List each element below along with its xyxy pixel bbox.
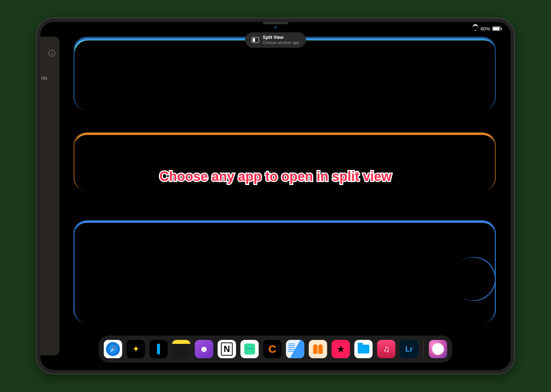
wifi-icon (472, 26, 478, 32)
device-camera (274, 26, 277, 29)
notion-icon: N (221, 342, 233, 356)
info-icon: i (48, 50, 55, 57)
battery-percent: 80% (480, 26, 490, 32)
goodnotes-icon (288, 344, 295, 344)
dock-app-craft[interactable]: ☻ (195, 340, 213, 358)
split-view-title: Split View (263, 35, 299, 40)
lightroom-icon: Lr (406, 345, 413, 353)
stowed-split-app[interactable]: i rds (40, 37, 60, 355)
dock-app-notes[interactable] (172, 340, 191, 358)
dock-app-pink-star[interactable]: ★ (332, 340, 350, 358)
star-icon: ★ (336, 344, 345, 355)
dock-app-safari[interactable] (104, 340, 122, 358)
dock-app-orange-c[interactable]: C (263, 340, 282, 358)
dock: ✦ ☻ N C ★ ♫ Lr (99, 335, 453, 363)
ipad-device-frame: i rds 80% Split View Choose another app … (37, 18, 514, 374)
books-icon (313, 344, 323, 354)
split-view-icon (252, 37, 259, 43)
dock-app-butterfly[interactable]: ✦ (127, 340, 145, 358)
dock-app-lightroom[interactable]: Lr (400, 340, 418, 358)
safari-icon (106, 342, 120, 356)
wallpaper (40, 22, 511, 370)
stowed-app-text: rds (41, 76, 47, 81)
device-notch (263, 22, 288, 24)
butterfly-icon: ✦ (132, 344, 140, 354)
dock-app-books[interactable] (309, 340, 327, 358)
battery-icon (492, 26, 501, 31)
dock-separator (424, 340, 424, 358)
folder-icon (358, 345, 370, 353)
dock-app-music[interactable]: ♫ (377, 340, 396, 358)
bar-icon (157, 344, 160, 355)
split-view-indicator[interactable]: Split View Choose another app (245, 32, 306, 48)
screen: i rds 80% Split View Choose another app … (40, 22, 511, 370)
dock-app-notion[interactable]: N (218, 340, 236, 358)
craft-icon: ☻ (199, 344, 209, 354)
freeform-icon (244, 344, 255, 355)
dock-app-freeform[interactable] (241, 340, 259, 358)
dock-app-goodnotes[interactable] (286, 340, 305, 358)
dock-app-files[interactable] (354, 340, 373, 358)
avatar-icon (432, 343, 444, 355)
split-view-subtitle: Choose another app (263, 40, 299, 45)
music-icon: ♫ (383, 344, 390, 354)
c-icon: C (269, 343, 277, 355)
dock-app-linear[interactable] (150, 340, 168, 358)
wallpaper-band (73, 220, 496, 323)
instruction-annotation: Choose any app to open in split view (159, 169, 392, 184)
dock-app-recent[interactable] (429, 340, 447, 358)
status-bar: 80% (472, 26, 501, 32)
